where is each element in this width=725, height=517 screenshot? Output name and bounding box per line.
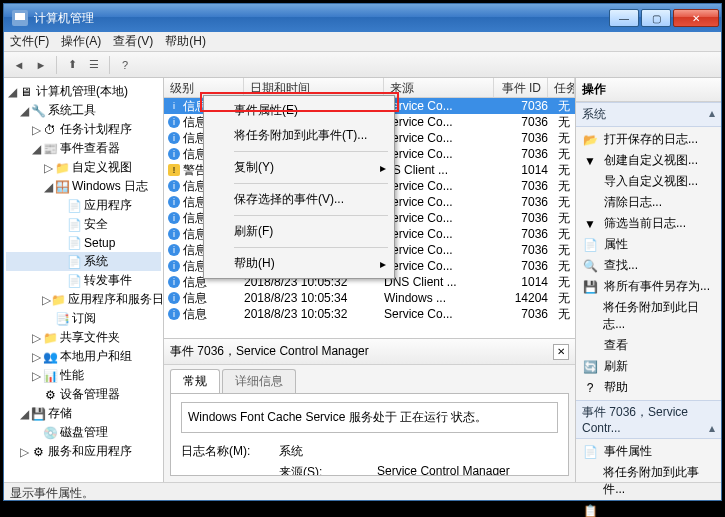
action-item[interactable]: 📋复制 xyxy=(576,500,721,517)
action-icon xyxy=(582,338,598,354)
action-icon: ▼ xyxy=(582,153,598,169)
up-icon[interactable]: ⬆ xyxy=(63,56,81,74)
tree-shared[interactable]: ▷📁共享文件夹 xyxy=(6,328,161,347)
event-row[interactable]: i信息2018/8/23 10:05:32Service Co...7036无 xyxy=(164,306,575,322)
detail-title: 事件 7036，Service Control Manager xyxy=(170,343,369,360)
tree-storage[interactable]: ◢💾存储 xyxy=(6,404,161,423)
action-item[interactable]: 导入自定义视图... xyxy=(576,171,721,192)
fwd-icon[interactable]: ► xyxy=(32,56,50,74)
info-icon: i xyxy=(168,212,180,224)
action-item[interactable]: 📂打开保存的日志... xyxy=(576,129,721,150)
info-icon: i xyxy=(168,244,180,256)
action-icon xyxy=(582,195,598,211)
tree-systools[interactable]: ◢🔧系统工具 xyxy=(6,101,161,120)
tree-security[interactable]: 📄安全 xyxy=(6,215,161,234)
action-item[interactable]: 📄属性 xyxy=(576,234,721,255)
action-item[interactable]: ▼筛选当前日志... xyxy=(576,213,721,234)
list-icon[interactable]: ☰ xyxy=(85,56,103,74)
tree-forwarded[interactable]: 📄转发事件 xyxy=(6,271,161,290)
info-icon: i xyxy=(168,196,180,208)
tree-setup[interactable]: 📄Setup xyxy=(6,234,161,252)
tree-application[interactable]: 📄应用程序 xyxy=(6,196,161,215)
nav-tree[interactable]: ◢🖥计算机管理(本地) ◢🔧系统工具 ▷⏱任务计划程序 ◢📰事件查看器 ▷📁自定… xyxy=(4,78,164,482)
action-item[interactable]: ▼创建自定义视图... xyxy=(576,150,721,171)
info-icon: i xyxy=(168,100,180,112)
action-icon: 🔄 xyxy=(582,359,598,375)
action-item[interactable]: 清除日志... xyxy=(576,192,721,213)
tab-general[interactable]: 常规 xyxy=(170,369,220,393)
actions-section-system[interactable]: 系统 xyxy=(576,102,721,127)
tab-details[interactable]: 详细信息 xyxy=(222,369,296,393)
back-icon[interactable]: ◄ xyxy=(10,56,28,74)
col-eventid[interactable]: 事件 ID xyxy=(494,78,548,97)
menu-view[interactable]: 查看(V) xyxy=(113,33,153,50)
col-category[interactable]: 任务类别 xyxy=(548,78,575,97)
action-icon: 📄 xyxy=(582,237,598,253)
app-icon xyxy=(12,10,28,26)
ctx-refresh[interactable]: 刷新(F) xyxy=(206,219,392,244)
detail-pane: 事件 7036，Service Control Manager ✕ 常规 详细信… xyxy=(164,338,575,482)
action-icon: 📂 xyxy=(582,132,598,148)
action-icon xyxy=(582,473,597,489)
action-icon: 📋 xyxy=(582,503,598,518)
action-icon: 🔍 xyxy=(582,258,598,274)
window-title: 计算机管理 xyxy=(34,10,94,27)
menu-help[interactable]: 帮助(H) xyxy=(165,33,206,50)
info-icon: i xyxy=(168,292,180,304)
maximize-button[interactable]: ▢ xyxy=(641,9,671,27)
action-icon xyxy=(582,308,597,324)
menubar: 文件(F) 操作(A) 查看(V) 帮助(H) xyxy=(4,32,721,52)
help-icon[interactable]: ? xyxy=(116,56,134,74)
action-item[interactable]: 💾将所有事件另存为... xyxy=(576,276,721,297)
ctx-attach-task[interactable]: 将任务附加到此事件(T)... xyxy=(206,123,392,148)
tree-winlogs[interactable]: ◢🪟Windows 日志 xyxy=(6,177,161,196)
context-menu: 事件属性(E) 将任务附加到此事件(T)... 复制(Y) 保存选择的事件(V)… xyxy=(203,95,395,279)
action-item[interactable]: 🔄刷新 xyxy=(576,356,721,377)
col-source[interactable]: 来源 xyxy=(384,78,494,97)
actions-header: 操作 xyxy=(576,78,721,102)
tree-svc[interactable]: ▷⚙服务和应用程序 xyxy=(6,442,161,461)
minimize-button[interactable]: — xyxy=(609,9,639,27)
tree-subscriptions[interactable]: 📑订阅 xyxy=(6,309,161,328)
event-message: Windows Font Cache Service 服务处于 正在运行 状态。 xyxy=(181,402,558,433)
info-icon: i xyxy=(168,132,180,144)
event-row[interactable]: i信息2018/8/23 10:05:34Windows ...14204无 xyxy=(164,290,575,306)
info-icon: i xyxy=(168,180,180,192)
action-icon: ▼ xyxy=(582,216,598,232)
tree-task[interactable]: ▷⏱任务计划程序 xyxy=(6,120,161,139)
actions-section-event[interactable]: 事件 7036，Service Contr... xyxy=(576,400,721,439)
tree-system[interactable]: 📄系统 xyxy=(6,252,161,271)
action-icon: 📄 xyxy=(582,444,598,460)
ctx-save-selected[interactable]: 保存选择的事件(V)... xyxy=(206,187,392,212)
action-item[interactable]: ?帮助 xyxy=(576,377,721,398)
tree-users[interactable]: ▷👥本地用户和组 xyxy=(6,347,161,366)
tree-eventviewer[interactable]: ◢📰事件查看器 xyxy=(6,139,161,158)
tree-customviews[interactable]: ▷📁自定义视图 xyxy=(6,158,161,177)
tree-root[interactable]: ◢🖥计算机管理(本地) xyxy=(6,82,161,101)
action-icon xyxy=(582,174,598,190)
info-icon: i xyxy=(168,260,180,272)
action-item[interactable]: 📄事件属性 xyxy=(576,441,721,462)
action-item[interactable]: 将任务附加到此日志... xyxy=(576,297,721,335)
action-item[interactable]: 将任务附加到此事件... xyxy=(576,462,721,500)
info-icon: i xyxy=(168,228,180,240)
action-item[interactable]: 查看 xyxy=(576,335,721,356)
action-item[interactable]: 🔍查找... xyxy=(576,255,721,276)
tree-devmgr[interactable]: ⚙设备管理器 xyxy=(6,385,161,404)
svg-rect-1 xyxy=(15,13,25,20)
menu-file[interactable]: 文件(F) xyxy=(10,33,49,50)
close-button[interactable]: ✕ xyxy=(673,9,719,27)
tree-disk[interactable]: 💿磁盘管理 xyxy=(6,423,161,442)
ctx-event-properties[interactable]: 事件属性(E) xyxy=(206,98,392,123)
menu-action[interactable]: 操作(A) xyxy=(61,33,101,50)
titlebar[interactable]: 计算机管理 — ▢ ✕ xyxy=(4,4,721,32)
tree-appsvclogs[interactable]: ▷📁应用程序和服务日志 xyxy=(6,290,161,309)
detail-close-button[interactable]: ✕ xyxy=(553,344,569,360)
actions-pane: 操作 系统 📂打开保存的日志...▼创建自定义视图...导入自定义视图...清除… xyxy=(576,78,721,482)
ctx-copy[interactable]: 复制(Y) xyxy=(206,155,392,180)
tree-perf[interactable]: ▷📊性能 xyxy=(6,366,161,385)
info-icon: i xyxy=(168,308,180,320)
info-icon: i xyxy=(168,116,180,128)
ctx-help[interactable]: 帮助(H) xyxy=(206,251,392,276)
warn-icon: ! xyxy=(168,164,180,176)
